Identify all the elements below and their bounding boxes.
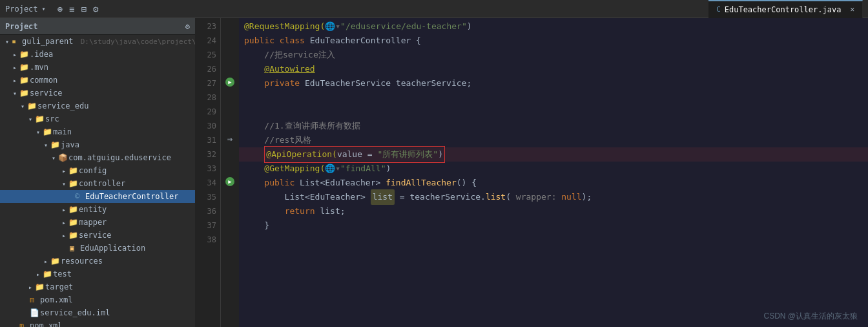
- gutter-37: [221, 217, 239, 231]
- project-label[interactable]: Project: [5, 5, 38, 14]
- controller-arrow: ▾: [59, 180, 68, 187]
- main-label: main: [53, 127, 72, 136]
- mvn-label: .mvn: [30, 63, 48, 72]
- resources-arrow: ▸: [41, 258, 50, 265]
- tree-java[interactable]: ▾ 📁 java: [0, 138, 195, 151]
- code-line-37: }: [239, 218, 868, 233]
- controller-folder-icon: 📁: [68, 179, 79, 188]
- tree-entity[interactable]: ▸ 📁 entity: [0, 203, 195, 216]
- main-layout: Project ⚙ ▾ ▪ guli_parent D:\study\java\…: [0, 18, 868, 327]
- gutter-27: ▶: [221, 75, 239, 89]
- code-editor[interactable]: 23 24 25 26 27 28 29 30 31 32 33 34 35 3…: [195, 18, 868, 327]
- resources-label: resources: [61, 257, 103, 266]
- tree-src[interactable]: ▾ 📁 src: [0, 112, 195, 125]
- settings-icon[interactable]: ⚙: [93, 4, 98, 14]
- add-icon[interactable]: ⊕: [57, 4, 63, 14]
- gutter-35: [221, 189, 239, 203]
- code-line-26: @Autowired: [239, 62, 868, 76]
- tree-pom-root[interactable]: m pom.xml: [0, 319, 195, 327]
- tree-resources[interactable]: ▸ 📁 resources: [0, 255, 195, 268]
- service-inner-arrow: ▸: [59, 232, 68, 239]
- resources-folder-icon: 📁: [50, 257, 61, 266]
- java-label: java: [61, 140, 79, 149]
- controller-label: controller: [79, 179, 125, 188]
- eduapplication-label: EduApplication: [80, 244, 145, 253]
- pom-root-label: pom.xml: [30, 321, 63, 327]
- target-label: target: [45, 282, 73, 291]
- code-line-31: //rest风格: [239, 133, 868, 147]
- code-line-30: //1.查询讲师表所有数据: [239, 119, 868, 133]
- service-inner-folder-icon: 📁: [68, 231, 79, 240]
- code-line-23: @RequestMapping(🌐▾"/eduservice/edu-teach…: [239, 19, 868, 34]
- list-icon[interactable]: ≡: [69, 4, 74, 14]
- entity-folder-icon: 📁: [68, 205, 79, 214]
- code-line-25: //把service注入: [239, 48, 868, 62]
- java-folder-icon: 📁: [50, 140, 61, 149]
- gutter-marker-27: ▶: [225, 78, 234, 87]
- gutter-34: ▶: [221, 174, 239, 189]
- watermark: CSDN @认真生活的灰太狼: [763, 311, 858, 322]
- src-label: src: [45, 114, 59, 123]
- tree-test[interactable]: ▸ 📁 test: [0, 268, 195, 280]
- idea-folder-icon: 📁: [19, 50, 30, 59]
- tree-target[interactable]: ▸ 📁 target: [0, 280, 195, 293]
- mapper-folder-icon: 📁: [68, 218, 79, 227]
- gutter-marker-34: ▶: [225, 177, 234, 186]
- project-dropdown-icon[interactable]: ▾: [42, 5, 46, 12]
- sidebar: Project ⚙ ▾ ▪ guli_parent D:\study\java\…: [0, 18, 195, 327]
- tree-root[interactable]: ▾ ▪ guli_parent D:\study\java\code\proje…: [0, 35, 195, 48]
- service-edu-folder-icon: 📁: [27, 101, 37, 111]
- tab-close-icon[interactable]: ✕: [850, 5, 854, 14]
- tree-service-edu-iml[interactable]: 📄 service_edu.iml: [0, 306, 195, 319]
- code-line-32: @ApiOperation(value = "所有讲师列表"): [239, 147, 868, 162]
- service-inner-label: service: [79, 231, 112, 240]
- iml-se-icon: 📄: [30, 308, 40, 317]
- gutter-25: [221, 47, 239, 61]
- gutter-29: [221, 103, 239, 118]
- code-content[interactable]: @RequestMapping(🌐▾"/eduservice/edu-teach…: [239, 18, 868, 327]
- service-edu-arrow: ▾: [18, 103, 27, 110]
- collapse-icon[interactable]: ⊟: [81, 4, 86, 14]
- eduteachercontroller-label: EduTeacherController: [85, 192, 179, 201]
- package-label: com.atguigu.eduservice: [68, 153, 171, 162]
- gutter-26: [221, 61, 239, 75]
- code-line-35: List<EduTeacher> list = teacherService.l…: [239, 190, 868, 204]
- title-bar: Project ▾ ⊕ ≡ ⊟ ⚙ C EduTeacherController…: [0, 0, 868, 18]
- gutter-31: ⇒: [221, 132, 239, 146]
- tree-mapper[interactable]: ▸ 📁 mapper: [0, 216, 195, 229]
- tab-file-icon: C: [716, 5, 721, 14]
- tree-service-edu[interactable]: ▾ 📁 service_edu: [0, 100, 195, 112]
- tree-service-inner[interactable]: ▸ 📁 service: [0, 229, 195, 242]
- code-line-38: [239, 233, 868, 247]
- mvn-folder-icon: 📁: [19, 63, 30, 72]
- tree-service[interactable]: ▾ 📁 service: [0, 87, 195, 100]
- src-folder-icon: 📁: [35, 114, 45, 123]
- service-label: service: [30, 89, 63, 98]
- service-arrow: ▾: [10, 90, 19, 97]
- test-folder-icon: 📁: [43, 269, 53, 279]
- tree-common[interactable]: ▸ 📁 common: [0, 74, 195, 87]
- tree-main[interactable]: ▾ 📁 main: [0, 125, 195, 138]
- target-arrow: ▸: [26, 284, 35, 291]
- tree-mvn[interactable]: ▸ 📁 .mvn: [0, 61, 195, 74]
- target-folder-icon: 📁: [35, 282, 45, 291]
- gutter-36: [221, 203, 239, 217]
- tab-eduteachercontroller[interactable]: C EduTeacherController.java ✕: [708, 0, 863, 18]
- toolbar-icons: ⊕ ≡ ⊟ ⚙: [57, 4, 99, 14]
- root-label: guli_parent D:\study\java\code\project\g…: [22, 37, 195, 46]
- tree-package[interactable]: ▾ 📦 com.atguigu.eduservice: [0, 151, 195, 164]
- tree-eduapplication[interactable]: ▣ EduApplication: [0, 242, 195, 255]
- idea-label: .idea: [30, 50, 53, 59]
- sidebar-settings-icon[interactable]: ⚙: [185, 22, 190, 31]
- code-line-34: public List<EduTeacher> findAllTeacher()…: [239, 176, 868, 190]
- tree-config[interactable]: ▸ 📁 config: [0, 164, 195, 177]
- entity-label: entity: [79, 205, 107, 214]
- title-bar-left: Project ▾ ⊕ ≡ ⊟ ⚙: [5, 4, 98, 14]
- sidebar-header: Project ⚙: [0, 18, 195, 35]
- tree-idea[interactable]: ▸ 📁 .idea: [0, 48, 195, 61]
- config-folder-icon: 📁: [68, 166, 79, 175]
- tree-eduteachercontroller[interactable]: © EduTeacherController: [0, 190, 195, 203]
- tree-pom-service-edu[interactable]: m pom.xml: [0, 293, 195, 306]
- tree-controller[interactable]: ▾ 📁 controller: [0, 177, 195, 190]
- package-folder-icon: 📦: [58, 153, 68, 162]
